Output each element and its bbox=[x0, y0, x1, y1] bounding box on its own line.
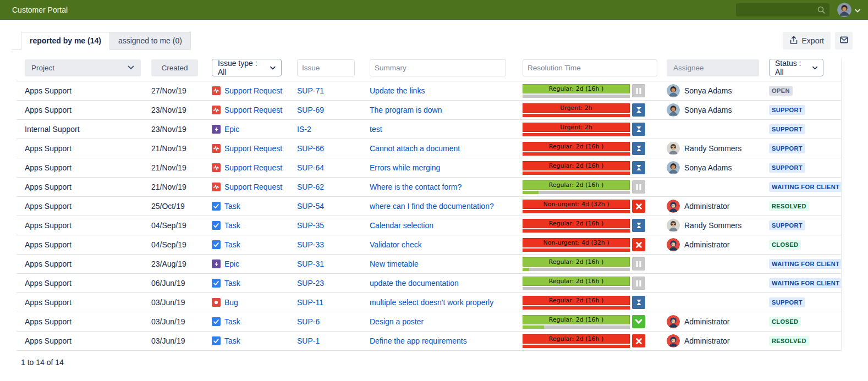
issue-key-link[interactable]: SUP-64 bbox=[297, 163, 324, 172]
table-row[interactable]: Apps Support 03/Jun/19 Bug SUP-11 multip… bbox=[17, 293, 841, 312]
mail-icon bbox=[839, 35, 849, 46]
status-badge: SUPPORT bbox=[769, 220, 805, 230]
issue-summary-link[interactable]: update the documentation bbox=[370, 279, 459, 288]
issue-type-link[interactable]: Support Request bbox=[224, 163, 282, 172]
issue-summary-link[interactable]: Validator check bbox=[370, 240, 422, 249]
table-row[interactable]: Apps Support 03/Jun/19 Task SUP-6 Design… bbox=[17, 312, 841, 332]
assignee-column-header[interactable]: Assignee bbox=[667, 59, 759, 76]
issue-key-link[interactable]: SUP-69 bbox=[297, 106, 324, 114]
created-cell: 21/Nov/19 bbox=[143, 163, 204, 172]
table-row[interactable]: Apps Support 06/Jun/19 Task SUP-23 updat… bbox=[17, 274, 841, 293]
issue-type-link[interactable]: Support Request bbox=[224, 106, 282, 114]
issue-summary-link[interactable]: multiple select doesn't work properly bbox=[370, 298, 493, 307]
issue-type-link[interactable]: Task bbox=[224, 279, 240, 288]
issue-type-link[interactable]: Task bbox=[224, 202, 240, 211]
table-row[interactable]: Apps Support 04/Sep/19 Task SUP-33 Valid… bbox=[17, 235, 841, 255]
user-avatar[interactable] bbox=[837, 3, 851, 17]
resolution-time-cell: Regular: 2d (16h ) bbox=[514, 219, 658, 233]
issue-key-link[interactable]: SUP-66 bbox=[297, 144, 324, 153]
issue-summary-link[interactable]: Define the app requirements bbox=[370, 336, 467, 345]
issue-key-link[interactable]: SUP-71 bbox=[297, 86, 324, 95]
sla-progress-track bbox=[523, 152, 630, 156]
issue-key-link[interactable]: SUP-23 bbox=[297, 279, 324, 288]
issue-type-link[interactable]: Task bbox=[224, 240, 240, 249]
issue-type-cell: Support Request bbox=[204, 144, 289, 153]
issue-summary-link[interactable]: Where is the contact form? bbox=[370, 183, 462, 191]
summary-filter-input[interactable] bbox=[370, 59, 506, 76]
created-cell: 04/Sep/19 bbox=[143, 240, 204, 249]
issue-key-link[interactable]: SUP-11 bbox=[297, 298, 323, 307]
issue-key-link[interactable]: SUP-35 bbox=[297, 221, 324, 230]
issue-summary-link[interactable]: New timetable bbox=[370, 259, 419, 268]
issue-type-cell: Support Request bbox=[204, 106, 289, 114]
table-row[interactable]: Apps Support 21/Nov/19 Support Request S… bbox=[17, 178, 841, 197]
issue-type-link[interactable]: Task bbox=[224, 221, 240, 230]
task-check-icon bbox=[212, 317, 221, 326]
issue-summary-link[interactable]: where can I find the documentation? bbox=[370, 202, 494, 211]
issue-type-link[interactable]: Task bbox=[224, 317, 240, 326]
issue-key-link[interactable]: SUP-62 bbox=[297, 183, 324, 191]
issue-key-link[interactable]: SUP-1 bbox=[297, 336, 320, 345]
resolution-time-filter-input[interactable] bbox=[523, 59, 657, 76]
assignee-avatar bbox=[667, 238, 680, 251]
issue-type-link[interactable]: Task bbox=[224, 336, 240, 345]
issue-summary-link[interactable]: test bbox=[370, 125, 382, 134]
tab-assigned-to-me[interactable]: assigned to me (0) bbox=[110, 32, 191, 50]
issue-summary-link[interactable]: Calendar selection bbox=[370, 221, 433, 230]
table-row[interactable]: Apps Support 21/Nov/19 Support Request S… bbox=[17, 139, 841, 158]
status-filter[interactable]: Status : All bbox=[769, 59, 823, 76]
sla-breached-x-icon bbox=[632, 238, 645, 251]
search-input[interactable] bbox=[736, 3, 829, 16]
created-column-header[interactable]: Created bbox=[151, 59, 198, 76]
issue-key-link[interactable]: IS-2 bbox=[297, 125, 311, 134]
issue-key-link[interactable]: SUP-6 bbox=[297, 317, 320, 326]
issue-type-link[interactable]: Epic bbox=[224, 259, 239, 268]
sla-label: Regular: 2d (16h ) bbox=[549, 85, 604, 92]
export-button[interactable]: Export bbox=[783, 32, 831, 49]
issue-key-link[interactable]: SUP-33 bbox=[297, 240, 324, 249]
issue-key-link[interactable]: SUP-31 bbox=[297, 259, 324, 268]
sla-bar: Non-urgent: 4d (32h ) bbox=[523, 238, 630, 247]
issue-summary-link[interactable]: Update the links bbox=[370, 86, 425, 95]
table-row[interactable]: Apps Support 25/Oct/19 Task SUP-54 where… bbox=[17, 197, 841, 216]
status-badge: WAITING FOR CLIENT bbox=[769, 259, 841, 269]
table-row[interactable]: Apps Support 23/Nov/19 Support Request S… bbox=[17, 101, 841, 120]
table-row[interactable]: Apps Support 21/Nov/19 Support Request S… bbox=[17, 158, 841, 178]
assignee-name: Administrator bbox=[684, 317, 729, 326]
issue-type-link[interactable]: Support Request bbox=[224, 86, 282, 95]
table-row[interactable]: Internal Support 23/Nov/19 Epic IS-2 tes… bbox=[17, 120, 841, 139]
project-cell: Apps Support bbox=[17, 202, 143, 211]
issue-type-link[interactable]: Epic bbox=[224, 125, 239, 134]
table-row[interactable]: Apps Support 23/Aug/19 Epic SUP-31 New t… bbox=[17, 255, 841, 274]
assignee-cell: Administrator bbox=[658, 200, 761, 213]
issue-type-link[interactable]: Support Request bbox=[224, 144, 282, 153]
table-row[interactable]: Apps Support 27/Nov/19 Support Request S… bbox=[17, 81, 841, 101]
search-icon[interactable] bbox=[817, 5, 826, 16]
issue-summary-link[interactable]: The program is down bbox=[370, 106, 442, 114]
project-filter[interactable]: Project bbox=[25, 59, 141, 76]
sla-progress-track bbox=[523, 325, 630, 329]
table-row[interactable]: Apps Support 03/Jun/19 Task SUP-1 Define… bbox=[17, 332, 841, 351]
issue-type-filter[interactable]: Issue type : All bbox=[212, 59, 282, 76]
issue-type-link[interactable]: Support Request bbox=[224, 183, 282, 191]
created-cell: 21/Nov/19 bbox=[143, 183, 204, 191]
status-badge: CLOSED bbox=[769, 317, 801, 327]
sla-progress-track bbox=[523, 229, 630, 233]
sla-widget: Regular: 2d (16h ) bbox=[523, 180, 630, 194]
tab-reported-by-me[interactable]: reported by me (14) bbox=[21, 32, 110, 50]
issue-summary-link[interactable]: Design a poster bbox=[370, 317, 424, 326]
sla-widget: Regular: 2d (16h ) bbox=[523, 257, 630, 271]
task-check-icon bbox=[212, 336, 221, 345]
issue-summary-link[interactable]: Cannot attach a document bbox=[370, 144, 460, 153]
table-row[interactable]: Apps Support 04/Sep/19 Task SUP-35 Calen… bbox=[17, 216, 841, 235]
issue-summary-link[interactable]: Errors while merging bbox=[370, 163, 440, 172]
sla-breached-x-icon bbox=[632, 200, 645, 213]
issue-key-link[interactable]: SUP-54 bbox=[297, 202, 324, 211]
sla-progress-fill bbox=[523, 210, 630, 213]
issue-filter-input[interactable] bbox=[297, 59, 355, 76]
mail-button[interactable] bbox=[835, 32, 853, 49]
pagination-summary: 1 to 14 of 14 bbox=[21, 358, 868, 367]
user-menu[interactable] bbox=[837, 3, 860, 17]
issue-type-link[interactable]: Bug bbox=[224, 298, 238, 307]
assignee-cell: Administrator bbox=[658, 334, 761, 347]
